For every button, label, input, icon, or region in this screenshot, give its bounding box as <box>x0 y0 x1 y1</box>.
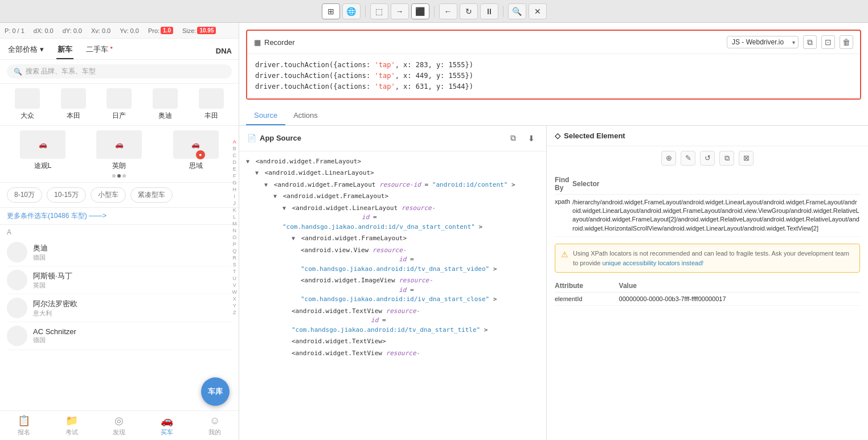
filter-10-15[interactable]: 10-15万 <box>47 187 86 203</box>
warning-link[interactable]: unique accessibility locators instead! <box>602 260 703 266</box>
arrow-right-button[interactable]: → <box>391 3 409 19</box>
arrow-2[interactable]: ▼ <box>264 182 268 188</box>
alpha-X[interactable]: X <box>232 296 238 302</box>
alpha-N[interactable]: N <box>232 228 238 233</box>
app-source-copy-button[interactable]: ⧉ <box>506 131 520 145</box>
element-action-target[interactable]: ⊕ <box>661 151 676 166</box>
alpha-L[interactable]: L <box>232 214 238 220</box>
alpha-F[interactable]: F <box>232 173 238 179</box>
alpha-A[interactable]: A <box>232 139 238 145</box>
alpha-T[interactable]: T <box>232 269 238 274</box>
xml-node-8[interactable]: <android.widget.TextView resource- id = … <box>239 306 546 336</box>
bottom-nav-discover[interactable]: ◎ 发现 <box>96 411 144 440</box>
brand-honda[interactable]: 本田 <box>53 88 95 121</box>
selected-element-content: ⊕ ✎ ↺ ⧉ ⊠ Find By Selector <box>547 146 868 440</box>
brand-nissan[interactable]: 日产 <box>99 88 140 121</box>
alpha-I[interactable]: I <box>232 194 238 199</box>
search-toolbar-button[interactable]: 🔍 <box>508 3 526 19</box>
filter-8-10[interactable]: 8-10万 <box>7 187 42 203</box>
bottom-nav-mine[interactable]: ☺ 我的 <box>191 411 239 440</box>
tab-dna[interactable]: DNA <box>216 47 232 55</box>
back-button[interactable]: ← <box>439 3 457 19</box>
recorder-format-select[interactable]: JS - Webdriver.io <box>727 36 799 48</box>
arrow-1[interactable]: ▼ <box>255 170 259 176</box>
car-civic[interactable]: 🚗 思域 ● <box>160 130 232 178</box>
alpha-E[interactable]: E <box>232 166 238 172</box>
alpha-M[interactable]: M <box>232 221 238 227</box>
close-toolbar-button[interactable]: ✕ <box>529 3 547 19</box>
alpha-U[interactable]: U <box>232 275 238 281</box>
selector-header: Selector <box>572 174 860 195</box>
attribute-table: Attribute Value elementId 00000000-0000-… <box>555 279 860 306</box>
brand-toyota[interactable]: 丰田 <box>190 88 232 121</box>
xml-node-5[interactable]: ▼ <android.widget.FrameLayout> <box>239 233 546 245</box>
alpha-K[interactable]: K <box>232 207 238 213</box>
car-tiguan[interactable]: 🚗 途观L <box>7 130 79 178</box>
bottom-nav-buycar[interactable]: 🚗 买车 <box>143 411 191 440</box>
alpha-H[interactable]: H <box>232 187 238 192</box>
brand-list-item-audi[interactable]: 奥迪 德国 <box>7 238 232 266</box>
filter-compact-car[interactable]: 紧凑型车 <box>130 187 173 203</box>
xml-node-10[interactable]: <android.widget.TextView resource- <box>239 348 546 360</box>
alpha-C[interactable]: C <box>232 153 238 158</box>
alpha-O[interactable]: O <box>232 235 238 240</box>
tab-used-car[interactable]: 二手车 ● <box>85 42 114 59</box>
alpha-R[interactable]: R <box>232 255 238 261</box>
recorder-clear-button[interactable]: ⊡ <box>821 35 835 49</box>
element-action-delete[interactable]: ⊠ <box>739 151 754 166</box>
brand-section-A: A <box>7 225 232 238</box>
alpha-Y[interactable]: Y <box>232 303 238 309</box>
recorder-copy-button[interactable]: ⧉ <box>803 35 817 49</box>
brand-list-item-alfa[interactable]: 阿尔法罗密欧 意大利 <box>7 294 232 322</box>
arrow-5[interactable]: ▼ <box>292 235 295 241</box>
xml-node-7[interactable]: <android.widget.ImageView resource- id =… <box>239 275 546 306</box>
tab-actions[interactable]: Actions <box>285 106 326 125</box>
xml-node-3[interactable]: ▼ <android.widget.FrameLayout> <box>239 191 546 203</box>
bottom-nav-signup[interactable]: 📋 报名 <box>0 411 48 440</box>
filter-small-car[interactable]: 小型车 <box>91 187 126 203</box>
brand-list-item-aston[interactable]: 阿斯顿·马丁 英国 <box>7 266 232 294</box>
arrow-4[interactable]: ▼ <box>282 205 286 211</box>
more-cars-link[interactable]: 更多条件选车(10486 车型) ——> <box>0 208 239 225</box>
element-action-edit[interactable]: ✎ <box>681 151 695 166</box>
alpha-B[interactable]: B <box>232 146 238 151</box>
alpha-D[interactable]: D <box>232 159 238 165</box>
tab-source[interactable]: Source <box>246 106 285 125</box>
pause-button[interactable]: ⏸ <box>480 3 498 19</box>
tab-new-car[interactable]: 新车 <box>56 42 73 59</box>
xml-node-0[interactable]: ▼ <android.widget.FrameLayout> <box>239 156 546 168</box>
alpha-G[interactable]: G <box>232 180 238 186</box>
car-excelle[interactable]: 🚗 英朗 <box>83 130 155 178</box>
alpha-Q[interactable]: Q <box>232 248 238 254</box>
alpha-P[interactable]: P <box>232 241 238 247</box>
alpha-Z[interactable]: Z <box>232 310 238 315</box>
status-p: P: 0 / 1 <box>5 27 24 34</box>
refresh-button[interactable]: ↻ <box>460 3 478 19</box>
brand-audi[interactable]: 奥迪 <box>145 88 186 121</box>
xml-node-1[interactable]: ▼ <android.widget.LinearLayout> <box>239 167 546 179</box>
crop-button[interactable]: ⬚ <box>370 3 388 19</box>
alpha-S[interactable]: S <box>232 262 238 268</box>
arrow-0[interactable]: ▼ <box>246 158 249 165</box>
xml-node-4[interactable]: ▼ <android.widget.LinearLayout resource-… <box>239 203 546 233</box>
alpha-V[interactable]: V <box>232 282 238 288</box>
arrow-3[interactable]: ▼ <box>273 193 277 199</box>
bottom-nav-exam[interactable]: 📁 考试 <box>48 411 96 440</box>
alpha-W[interactable]: W <box>232 289 238 295</box>
brand-list-item-acs[interactable]: AC Schnitzer 德国 <box>7 322 232 350</box>
app-source-download-button[interactable]: ⬇ <box>525 131 538 145</box>
xml-node-9[interactable]: <android.widget.TextView> <box>239 336 546 348</box>
element-action-refresh[interactable]: ↺ <box>700 151 715 166</box>
brand-volkswagen[interactable]: 大众 <box>7 88 48 121</box>
recorder-delete-button[interactable]: 🗑 <box>840 35 853 49</box>
search-input-wrap[interactable]: 🔍 搜索 品牌、车系、车型 <box>7 64 232 79</box>
xml-node-2[interactable]: ▼ <android.widget.FrameLayout resource-i… <box>239 179 546 191</box>
alpha-J[interactable]: J <box>232 200 238 206</box>
expand-button[interactable]: ⬛ <box>411 3 429 19</box>
grid-button[interactable]: ⊞ <box>322 3 340 19</box>
fab-garage-button[interactable]: 车库 <box>201 377 230 406</box>
xml-node-6[interactable]: <android.view.View resource- id = "com.h… <box>239 245 546 275</box>
globe-button[interactable]: 🌐 <box>342 3 361 19</box>
element-action-copy[interactable]: ⧉ <box>719 151 734 166</box>
tab-all-price[interactable]: 全部价格 ▾ <box>7 42 45 59</box>
